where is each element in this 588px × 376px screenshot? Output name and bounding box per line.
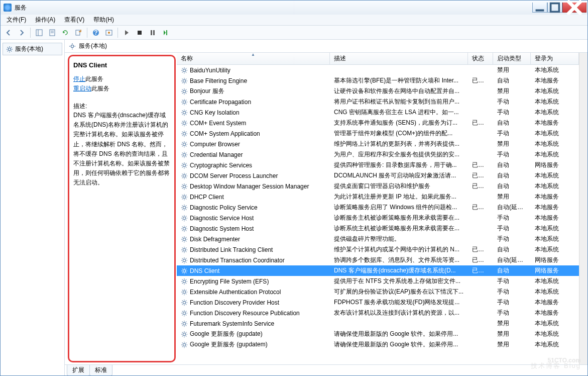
cell-name: Base Filtering Engine — [177, 77, 330, 84]
cell-status: 已启动 — [468, 203, 493, 212]
cell-name: Function Discovery Provider Host — [177, 299, 330, 306]
svg-point-68 — [183, 111, 185, 114]
tab-standard[interactable]: 标准 — [89, 365, 112, 375]
cell-name: COM+ Event System — [177, 120, 330, 127]
close-button[interactable] — [562, 3, 586, 13]
menu-action[interactable]: 操作(A) — [31, 15, 59, 25]
svg-line-156 — [182, 209, 183, 210]
column-name[interactable]: 名称▲ — [177, 53, 330, 64]
menu-help[interactable]: 帮助(H) — [89, 15, 118, 25]
svg-line-201 — [182, 262, 183, 262]
svg-rect-4 — [36, 30, 42, 36]
column-startup-type[interactable]: 启动类型 — [493, 53, 531, 64]
refresh-button[interactable] — [59, 27, 71, 39]
cell-startup-type: 手动 — [493, 235, 531, 243]
service-row[interactable]: Desktop Window Manager Session Manager提供… — [177, 181, 579, 192]
content-header-title: 服务(本地) — [79, 42, 107, 50]
svg-line-48 — [182, 82, 183, 83]
service-row[interactable]: Computer Browser维护网络上计算机的更新列表，并将列表提供...禁… — [177, 139, 579, 149]
menu-file[interactable]: 文件(F) — [3, 15, 30, 25]
maximize-button[interactable] — [547, 3, 562, 13]
service-row[interactable]: Google 更新服务 (gupdatem)请确保使用最新版的 Google 软… — [177, 339, 579, 350]
help-button[interactable]: ? — [90, 27, 102, 39]
show-hide-tree-button[interactable] — [33, 27, 45, 39]
export-button[interactable] — [72, 27, 84, 39]
service-row[interactable]: CNG Key IsolationCNG 密钥隔离服务宿主在 LSA 进程中。如… — [177, 107, 579, 118]
service-row[interactable]: Function Discovery Provider HostFDPHOST … — [177, 297, 579, 308]
service-row[interactable]: Diagnostic System Host诊断系统主机被诊断策略服务用来承载需… — [177, 223, 579, 234]
minimize-button[interactable] — [532, 3, 547, 13]
column-logon-as[interactable]: 登录为 — [531, 53, 579, 64]
service-row[interactable]: Bonjour 服务让硬件设备和软件服务在网络中自动配置并自...禁用本地系统 — [177, 86, 579, 97]
stop-service-link[interactable]: 停止 — [73, 75, 85, 82]
service-row[interactable]: COM+ Event System支持系统事件通知服务 (SENS)，此服务为订… — [177, 118, 579, 128]
restart-service-button[interactable] — [160, 27, 172, 39]
service-row[interactable]: Certificate Propagation将用户证书和根证书从智能卡复制到当… — [177, 97, 579, 107]
service-row[interactable]: COM+ System Application管理基于组件对象模型 (COM+)… — [177, 128, 579, 139]
pause-service-button[interactable] — [147, 27, 159, 39]
svg-line-127 — [182, 173, 183, 174]
gear-icon — [69, 43, 76, 50]
gear-icon — [181, 246, 188, 253]
cell-startup-type: 自动 — [493, 266, 531, 275]
svg-point-13 — [108, 32, 110, 34]
cell-logon-as: 网络服务 — [531, 161, 579, 169]
svg-line-137 — [186, 188, 186, 189]
svg-line-25 — [8, 51, 8, 51]
forward-button[interactable] — [16, 27, 28, 39]
svg-line-91 — [182, 131, 183, 132]
service-row[interactable]: DHCP Client为此计算机注册并更新 IP 地址。如果此服务...禁用本地… — [177, 192, 579, 202]
cell-startup-type: 自动(延迟... — [493, 256, 531, 264]
service-row[interactable]: Function Discovery Resource Publication发… — [177, 308, 579, 318]
properties-button[interactable] — [46, 27, 58, 39]
svg-point-149 — [183, 206, 185, 209]
service-row[interactable]: Disk Defragmenter提供磁盘碎片整理功能。手动本地系统 — [177, 234, 579, 244]
gear-icon — [181, 289, 188, 296]
stop-service-button[interactable] — [134, 27, 146, 39]
back-button[interactable] — [3, 27, 15, 39]
svg-line-226 — [182, 290, 183, 290]
service-row[interactable]: Futuremark SystemInfo Service禁用本地系统 — [177, 318, 579, 329]
svg-line-139 — [186, 184, 186, 184]
service-row[interactable]: DNS ClientDNS 客户端服务(dnscache)缓存域名系统(D...… — [177, 265, 579, 276]
restart-service-link[interactable]: 重启动 — [73, 85, 91, 92]
svg-point-27 — [71, 45, 73, 47]
menu-view[interactable]: 查看(V) — [60, 15, 88, 25]
svg-line-274 — [186, 342, 186, 343]
service-row[interactable]: Google 更新服务 (gupdate)请确保使用最新版的 Google 软件… — [177, 329, 579, 339]
svg-line-148 — [186, 195, 186, 195]
service-row[interactable]: Base Filtering Engine基本筛选引擎(BFE)是一种管理防火墙… — [177, 75, 579, 86]
service-row[interactable]: Diagnostic Service Host诊断服务主机被诊断策略服务用来承载… — [177, 213, 579, 223]
svg-point-221 — [183, 291, 185, 293]
cell-startup-type: 手动 — [493, 108, 531, 117]
titlebar[interactable]: 服务 — [1, 1, 587, 15]
cell-description: 诊断系统主机被诊断策略服务用来承载需要在... — [330, 224, 468, 233]
toolbar-icon[interactable] — [103, 27, 115, 39]
service-row[interactable]: BaiduYunUtility禁用本地系统 — [177, 65, 579, 75]
cell-startup-type: 手动 — [493, 98, 531, 106]
column-description[interactable]: 描述 — [330, 53, 468, 64]
service-row[interactable]: Distributed Transaction Coordinator协调跨多个… — [177, 255, 579, 265]
list-body[interactable]: BaiduYunUtility禁用本地系统Base Filtering Engi… — [177, 65, 579, 364]
start-service-button[interactable] — [121, 27, 133, 39]
service-row[interactable]: Cryptographic Services提供四种管理服务: 目录数据库服务，… — [177, 160, 579, 170]
cell-status: 已启动 — [468, 182, 493, 191]
tab-extended[interactable]: 扩展 — [67, 365, 90, 375]
service-row[interactable]: DCOM Server Process LauncherDCOMLAUNCH 服… — [177, 170, 579, 181]
service-row[interactable]: Encrypting File System (EFS)提供用于在 NTFS 文… — [177, 276, 579, 287]
tree-node-services-local[interactable]: 服务(本地) — [3, 43, 62, 55]
cell-startup-type: 自动 — [493, 245, 531, 254]
service-row[interactable]: Credential Manager为用户、应用程序和安全服务包提供凭据的安..… — [177, 149, 579, 160]
service-row[interactable]: Extensible Authentication Protocol可扩展的身份… — [177, 287, 579, 297]
service-row[interactable]: Distributed Link Tracking Client维护某个计算机内… — [177, 244, 579, 255]
svg-line-190 — [182, 247, 183, 248]
svg-line-83 — [186, 125, 186, 125]
cell-description: 维护网络上计算机的更新列表，并将列表提供... — [330, 140, 468, 148]
svg-line-145 — [182, 195, 183, 195]
column-status[interactable]: 状态 — [468, 53, 493, 64]
vertical-scrollbar[interactable] — [579, 53, 587, 364]
cell-startup-type: 禁用 — [493, 193, 531, 201]
svg-line-56 — [186, 93, 186, 93]
detail-service-name: DNS Client — [73, 61, 170, 69]
service-row[interactable]: Diagnostic Policy Service诊断策略服务启用了 Windo… — [177, 202, 579, 213]
